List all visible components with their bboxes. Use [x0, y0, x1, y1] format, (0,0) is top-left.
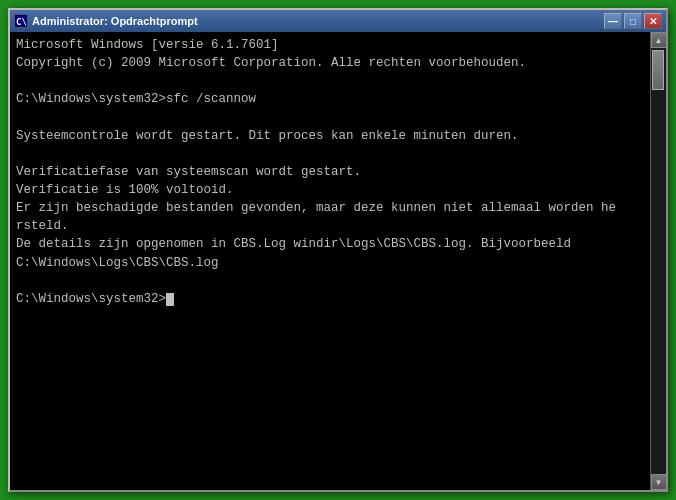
maximize-button[interactable]: □ — [624, 13, 642, 29]
title-bar: C\ Administrator: Opdrachtprompt — □ ✕ — [10, 10, 666, 32]
close-button[interactable]: ✕ — [644, 13, 662, 29]
scrollbar: ▲ ▼ — [650, 32, 666, 490]
terminal-content[interactable]: Microsoft Windows [versie 6.1.7601] Copy… — [10, 32, 650, 490]
scroll-thumb[interactable] — [652, 50, 664, 90]
scroll-down-button[interactable]: ▼ — [651, 474, 667, 490]
terminal-container: Microsoft Windows [versie 6.1.7601] Copy… — [10, 32, 666, 490]
minimize-button[interactable]: — — [604, 13, 622, 29]
scroll-up-button[interactable]: ▲ — [651, 32, 667, 48]
cmd-window: C\ Administrator: Opdrachtprompt — □ ✕ M… — [8, 8, 668, 492]
title-bar-left: C\ Administrator: Opdrachtprompt — [14, 14, 198, 28]
window-title: Administrator: Opdrachtprompt — [32, 15, 198, 27]
title-bar-buttons: — □ ✕ — [604, 13, 662, 29]
svg-text:C\: C\ — [16, 17, 27, 27]
cmd-icon: C\ — [14, 14, 28, 28]
terminal-output: Microsoft Windows [versie 6.1.7601] Copy… — [16, 36, 644, 308]
cursor — [166, 293, 174, 306]
scroll-track[interactable] — [651, 48, 666, 474]
